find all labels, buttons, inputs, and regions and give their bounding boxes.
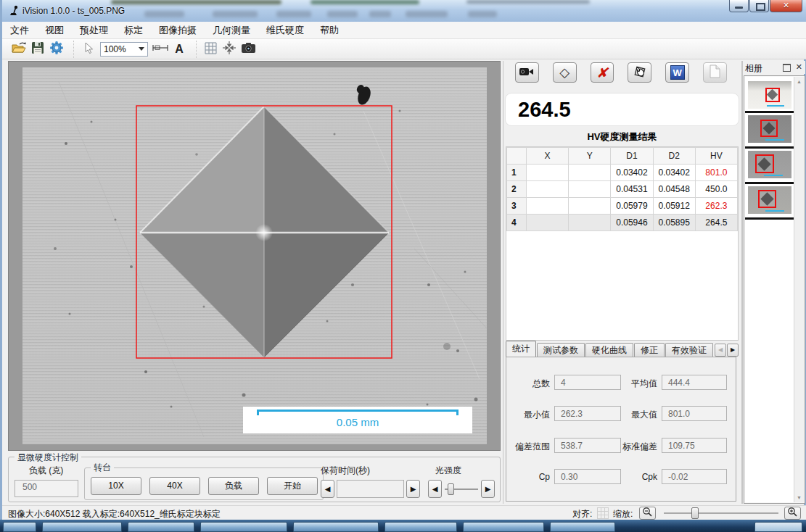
capture-video-button[interactable] <box>515 62 539 83</box>
tab-validation[interactable]: 有效验证 <box>665 343 713 357</box>
menu-file[interactable]: 文件 <box>2 22 37 38</box>
light-intensity-label: 光强度 <box>435 465 461 477</box>
menu-calibration[interactable]: 标定 <box>116 22 151 38</box>
taskbar-button[interactable] <box>128 522 194 532</box>
load-button[interactable]: 负载 <box>208 477 259 495</box>
hold-time-input[interactable] <box>337 480 404 498</box>
load-input[interactable]: 500 <box>15 480 78 497</box>
table-row[interactable]: 1 0.03402 0.03402 801.0 <box>507 165 738 181</box>
thumbnail-1[interactable] <box>748 81 791 109</box>
text-tool-icon: A <box>175 43 184 56</box>
open-folder-icon <box>11 41 27 57</box>
scroll-up-icon[interactable]: ▲ <box>794 79 804 84</box>
image-viewport[interactable]: 0.05 mm <box>8 61 501 451</box>
align-grid-icon[interactable] <box>597 507 609 519</box>
background-window-artifact <box>468 11 497 17</box>
tab-scroll-left-button[interactable]: ◀ <box>715 344 726 357</box>
hold-time-increase-button[interactable]: ▶ <box>406 480 420 498</box>
objective-10x-button[interactable]: 10X <box>91 477 141 495</box>
cell-x <box>527 181 569 198</box>
snapshot-button[interactable] <box>239 41 258 58</box>
micrograph-image[interactable]: 0.05 mm <box>22 67 487 444</box>
analysis-tab-bar: 统计 测试参数 硬化曲线 修正 有效验证 ◀ ▶ <box>506 341 739 357</box>
light-slider-handle[interactable] <box>448 483 454 495</box>
delete-result-button[interactable]: ✘ <box>591 62 614 83</box>
scroll-down-icon[interactable]: ▼ <box>794 495 804 500</box>
min-label: 最小值 <box>512 409 550 421</box>
tab-test-parameters[interactable]: 测试参数 <box>537 343 585 357</box>
measure-tool-button[interactable] <box>151 41 170 58</box>
tab-scroll-right-button[interactable]: ▶ <box>727 344 739 357</box>
col-header-d2[interactable]: D2 <box>653 148 695 165</box>
background-window-artifact <box>406 11 448 17</box>
zoom-slider-track[interactable] <box>664 512 778 514</box>
minimize-button[interactable] <box>729 0 749 12</box>
objective-40x-button[interactable]: 40X <box>149 477 200 495</box>
zoom-in-button[interactable] <box>784 507 801 520</box>
zoom-level-select[interactable]: 100% <box>100 42 148 57</box>
light-increase-button[interactable]: ▶ <box>481 480 495 498</box>
close-button[interactable]: ✕ <box>770 0 802 12</box>
center-target-button[interactable] <box>220 41 239 58</box>
taskbar-button[interactable] <box>463 522 544 532</box>
album-scrollbar[interactable]: ▲ ▼ <box>794 77 804 502</box>
maximize-button[interactable] <box>749 0 769 12</box>
title-bar[interactable]: iVision 1.0.0 - ts_005.PNG ✕ <box>2 0 806 22</box>
menu-preprocess[interactable]: 预处理 <box>72 22 116 38</box>
tab-hardening-curve[interactable]: 硬化曲线 <box>585 343 633 357</box>
col-header-hv[interactable]: HV <box>695 148 737 165</box>
total-label: 总数 <box>512 378 550 390</box>
light-decrease-button[interactable]: ◀ <box>428 480 442 498</box>
grid-toggle-button[interactable] <box>201 41 220 58</box>
taskbar-button[interactable] <box>550 522 615 532</box>
col-header-d1[interactable]: D1 <box>611 148 653 165</box>
menu-help[interactable]: 帮助 <box>312 22 347 38</box>
save-button[interactable] <box>28 41 47 58</box>
taskbar-button[interactable] <box>200 522 287 532</box>
album-splitter[interactable] <box>741 61 743 504</box>
cell-d1: 0.05946 <box>611 215 653 231</box>
windows-taskbar[interactable] <box>0 520 806 532</box>
tab-correction[interactable]: 修正 <box>634 343 665 357</box>
taskbar-button[interactable] <box>42 522 122 532</box>
zoom-slider-handle[interactable] <box>691 507 699 519</box>
menu-capture[interactable]: 图像拍摄 <box>151 22 205 38</box>
col-header-y[interactable]: Y <box>569 148 611 165</box>
panel-splitter[interactable] <box>503 61 503 504</box>
taskbar-button[interactable] <box>385 522 457 532</box>
taskbar-tray[interactable] <box>754 522 802 532</box>
col-header-x[interactable]: X <box>527 148 569 165</box>
col-header-blank[interactable] <box>507 148 527 165</box>
table-row[interactable]: 3 0.05979 0.05912 262.3 <box>507 198 738 215</box>
menu-view[interactable]: 视图 <box>37 22 72 38</box>
taskbar-button[interactable] <box>3 522 36 532</box>
hv-results-table[interactable]: X Y D1 D2 HV 1 0.03402 0.03402 801.0 <box>506 147 738 231</box>
album-close-button[interactable]: ✕ <box>796 62 802 72</box>
background-window-artifact <box>144 11 184 17</box>
cell-x <box>527 215 569 231</box>
table-row-selected[interactable]: 4 0.05946 0.05895 264.5 <box>507 215 738 231</box>
table-row[interactable]: 2 0.04531 0.04548 450.0 <box>507 181 738 198</box>
float-panel-icon[interactable] <box>783 64 791 72</box>
pointer-tool-button[interactable] <box>78 41 97 58</box>
start-button[interactable]: 开始 <box>267 477 318 495</box>
hold-time-decrease-button[interactable]: ◀ <box>321 480 334 498</box>
thumbnail-2[interactable] <box>748 115 791 143</box>
tab-statistics[interactable]: 统计 <box>506 341 536 357</box>
zoom-out-button[interactable] <box>639 507 656 520</box>
album-title: 相册 <box>745 62 762 75</box>
open-button[interactable] <box>9 41 28 58</box>
thumbnail-3[interactable] <box>748 151 791 178</box>
menu-geometry[interactable]: 几何测量 <box>205 22 258 38</box>
settings-button[interactable] <box>47 41 66 58</box>
album-header[interactable]: 相册 ✕ <box>744 61 805 74</box>
manual-pick-button[interactable] <box>628 62 651 83</box>
menu-vickers[interactable]: 维氏硬度 <box>258 22 312 38</box>
export-word-button[interactable]: W <box>665 62 689 83</box>
measure-indent-button[interactable]: ◇ <box>553 62 577 83</box>
new-document-button[interactable] <box>703 62 727 83</box>
text-tool-button[interactable]: A <box>170 41 189 58</box>
arrow-left-icon: ◀ <box>432 485 438 493</box>
taskbar-button[interactable] <box>293 522 379 532</box>
thumbnail-4[interactable] <box>748 186 791 214</box>
